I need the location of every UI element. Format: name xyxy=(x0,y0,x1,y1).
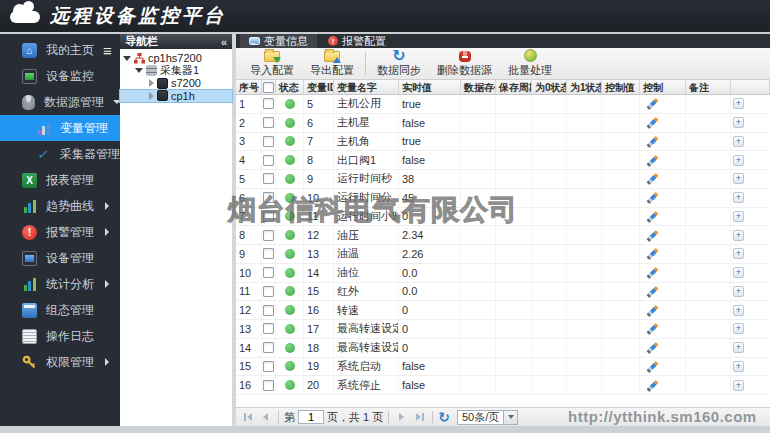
expand-row-icon[interactable]: + xyxy=(733,323,744,334)
edit-pencil-icon[interactable] xyxy=(646,97,659,110)
sidebar-item-alarm[interactable]: ! 报警管理 xyxy=(0,219,120,245)
dropdown-button[interactable] xyxy=(503,411,517,424)
row-checkbox[interactable] xyxy=(263,192,274,203)
tree-expanded-icon[interactable] xyxy=(135,68,143,73)
sidebar-item-permission[interactable]: 权限管理 xyxy=(0,349,120,375)
edit-pencil-icon[interactable] xyxy=(646,210,659,223)
column-header-checkbox[interactable] xyxy=(262,80,276,94)
sidebar-item-log[interactable]: 操作日志 xyxy=(0,323,120,349)
edit-pencil-icon[interactable] xyxy=(646,247,659,260)
table-row[interactable]: 711运行时间小时0+ xyxy=(236,208,770,227)
edit-pencil-icon[interactable] xyxy=(646,191,659,204)
edit-pencil-icon[interactable] xyxy=(646,229,659,242)
edit-pencil-icon[interactable] xyxy=(646,322,659,335)
table-row[interactable]: 610运行时间分45+ xyxy=(236,189,770,208)
edit-pencil-icon[interactable] xyxy=(646,360,659,373)
data-sync-button[interactable]: ↻ 数据同步 xyxy=(369,48,429,79)
column-header-control-value[interactable]: 控制值 xyxy=(602,80,640,94)
column-header-data-storage[interactable]: 数据存储 xyxy=(461,80,496,94)
column-header-save-period[interactable]: 保存周期 xyxy=(496,80,532,94)
expand-row-icon[interactable]: + xyxy=(733,361,744,372)
edit-pencil-icon[interactable] xyxy=(646,154,659,167)
row-checkbox[interactable] xyxy=(263,211,274,222)
tree-expanded-icon[interactable] xyxy=(123,56,131,61)
tab-alarm-config[interactable]: ! 报警配置 xyxy=(319,34,395,48)
expand-row-icon[interactable]: + xyxy=(733,286,744,297)
row-checkbox[interactable] xyxy=(263,155,274,166)
table-row[interactable]: 913油温2.26+ xyxy=(236,245,770,264)
table-row[interactable]: 48出口阀1false+ xyxy=(236,151,770,170)
import-config-button[interactable]: 导入配置 xyxy=(242,48,302,79)
edit-pencil-icon[interactable] xyxy=(646,379,659,392)
sidebar-item-report[interactable]: X 报表管理 xyxy=(0,167,120,193)
edit-pencil-icon[interactable] xyxy=(646,172,659,185)
first-page-button[interactable] xyxy=(240,410,255,425)
column-header-remark[interactable]: 备注 xyxy=(686,80,731,94)
next-page-button[interactable] xyxy=(394,410,409,425)
page-number-input[interactable] xyxy=(298,410,324,424)
expand-row-icon[interactable]: + xyxy=(733,267,744,278)
column-header-status[interactable]: 状态 xyxy=(276,80,304,94)
sidebar-item-datasource[interactable]: 数据源管理 xyxy=(0,89,120,115)
table-row[interactable]: 1115红外0.0+ xyxy=(236,283,770,302)
sidebar-item-device-mgmt[interactable]: 设备管理 xyxy=(0,245,120,271)
expand-row-icon[interactable]: + xyxy=(733,117,744,128)
sidebar-item-trend[interactable]: 趋势曲线 xyxy=(0,193,120,219)
select-all-checkbox[interactable] xyxy=(263,82,274,93)
row-checkbox[interactable] xyxy=(263,267,274,278)
sidebar-item-collector-mgmt[interactable]: ✓ 采集器管理 xyxy=(0,141,120,167)
expand-row-icon[interactable]: + xyxy=(733,248,744,259)
table-row[interactable]: 1317最高转速设定小时0+ xyxy=(236,320,770,339)
table-row[interactable]: 1418最高转速设定分0+ xyxy=(236,339,770,358)
column-header-realtime-value[interactable]: 实时值 xyxy=(399,80,461,94)
column-header-variable-id[interactable]: 变量ID xyxy=(304,80,334,94)
sidebar-item-variable-mgmt[interactable]: 变量管理 xyxy=(0,115,120,141)
row-checkbox[interactable] xyxy=(263,323,274,334)
expand-row-icon[interactable]: + xyxy=(733,380,744,391)
delete-datasource-button[interactable]: 删除数据源 xyxy=(429,48,500,79)
column-header-state1[interactable]: 为1状态 xyxy=(567,80,602,94)
edit-pencil-icon[interactable] xyxy=(646,116,659,129)
tree-collapsed-icon[interactable] xyxy=(149,92,154,100)
table-row[interactable]: 26主机星false+ xyxy=(236,114,770,133)
column-header-index[interactable]: 序号 xyxy=(236,80,262,94)
expand-row-icon[interactable]: + xyxy=(733,98,744,109)
column-header-variable-name[interactable]: 变量名字 xyxy=(334,80,399,94)
edit-pencil-icon[interactable] xyxy=(646,304,659,317)
tree-node-cp1h[interactable]: cp1h xyxy=(120,90,232,103)
expand-row-icon[interactable]: + xyxy=(733,305,744,316)
prev-page-button[interactable] xyxy=(258,410,273,425)
expand-row-icon[interactable]: + xyxy=(733,211,744,222)
tab-variable-info[interactable]: 变量信息 xyxy=(240,34,317,48)
row-checkbox[interactable] xyxy=(263,230,274,241)
column-header-state0[interactable]: 为0状态 xyxy=(532,80,567,94)
table-row[interactable]: 1620系统停止false+ xyxy=(236,376,770,395)
row-checkbox[interactable] xyxy=(263,305,274,316)
expand-row-icon[interactable]: + xyxy=(733,173,744,184)
table-row[interactable]: 1519系统启动false+ xyxy=(236,358,770,377)
expand-row-icon[interactable]: + xyxy=(733,155,744,166)
expand-row-icon[interactable]: + xyxy=(733,230,744,241)
expand-row-icon[interactable]: + xyxy=(733,342,744,353)
export-config-button[interactable]: 导出配置 xyxy=(302,48,362,79)
row-checkbox[interactable] xyxy=(263,136,274,147)
table-row[interactable]: 1216转速0+ xyxy=(236,301,770,320)
tree-node-collector1[interactable]: 采集器1 xyxy=(120,65,232,78)
expand-row-icon[interactable]: + xyxy=(733,136,744,147)
tree-node-s7200[interactable]: s7200 xyxy=(120,77,232,90)
row-checkbox[interactable] xyxy=(263,248,274,259)
batch-process-button[interactable]: 批量处理 xyxy=(500,48,560,79)
table-row[interactable]: 812油压2.34+ xyxy=(236,226,770,245)
page-size-select[interactable]: 50条/页 xyxy=(457,410,518,425)
tree-collapsed-icon[interactable] xyxy=(149,79,154,87)
edit-pencil-icon[interactable] xyxy=(646,266,659,279)
refresh-icon[interactable]: ↻ xyxy=(438,410,450,424)
sidebar-item-device-monitor[interactable]: 设备监控 xyxy=(0,63,120,89)
row-checkbox[interactable] xyxy=(263,173,274,184)
table-row[interactable]: 1014油位0.0+ xyxy=(236,264,770,283)
last-page-button[interactable] xyxy=(412,410,427,425)
edit-pencil-icon[interactable] xyxy=(646,285,659,298)
edit-pencil-icon[interactable] xyxy=(646,341,659,354)
row-checkbox[interactable] xyxy=(263,342,274,353)
row-checkbox[interactable] xyxy=(263,286,274,297)
